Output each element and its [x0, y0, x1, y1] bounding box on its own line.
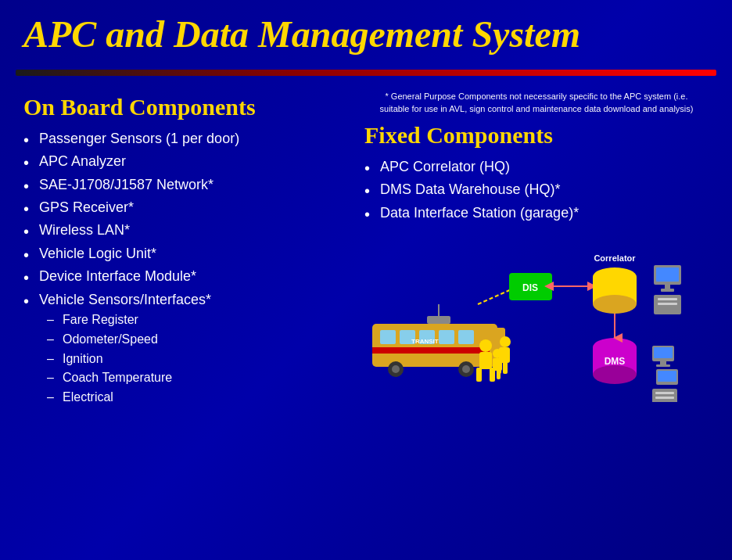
system-diagram: TRANSIT DIS: [364, 230, 709, 402]
list-item: APC Correlator (HQ): [364, 158, 709, 176]
on-board-heading: On Board Components: [23, 94, 349, 120]
svg-rect-7: [372, 347, 490, 354]
svg-rect-57: [497, 369, 501, 379]
svg-text:Correlator: Correlator: [594, 253, 636, 263]
svg-rect-47: [479, 352, 492, 369]
sub-list-item: Electrical: [39, 389, 349, 406]
svg-rect-53: [503, 361, 508, 374]
list-item: Vehicle Sensors/Interfaces* Fare Registe…: [23, 291, 349, 406]
svg-rect-40: [658, 371, 676, 382]
correlator-pc: [654, 265, 681, 314]
svg-line-15: [478, 289, 513, 304]
svg-rect-5: [439, 330, 454, 344]
svg-point-21: [593, 295, 637, 314]
list-item: Wireless LAN*: [23, 221, 349, 239]
sub-list-item: Odometer/Speed: [39, 332, 349, 348]
list-item: Device Interface Module*: [23, 267, 349, 285]
svg-rect-26: [661, 289, 674, 292]
list-item: Vehicle Logic Unit*: [23, 245, 349, 263]
svg-point-9: [392, 365, 400, 373]
slide: APC and Data Management System On Board …: [0, 0, 732, 560]
sub-list-item: Coach Temperature: [39, 370, 349, 386]
svg-text:TRANSIT: TRANSIT: [411, 338, 439, 345]
list-item: APC Analyzer: [23, 153, 349, 171]
divider-bar: [16, 70, 716, 76]
svg-rect-13: [427, 316, 450, 324]
svg-rect-24: [656, 267, 679, 282]
slide-title: APC and Data Management System: [23, 14, 709, 56]
svg-rect-2: [380, 330, 396, 344]
svg-rect-6: [458, 330, 474, 344]
list-item: Passenger Sensors (1 per door): [23, 130, 349, 148]
diagram-container: TRANSIT DIS: [364, 230, 709, 402]
svg-rect-36: [654, 347, 673, 358]
svg-point-11: [462, 365, 470, 373]
fixed-components-heading: Fixed Components: [364, 122, 709, 149]
svg-rect-28: [658, 298, 677, 300]
right-column: * General Purpose Components not necessa…: [364, 90, 709, 411]
svg-point-54: [493, 349, 502, 358]
svg-rect-29: [658, 303, 677, 305]
svg-point-46: [479, 339, 492, 352]
svg-point-32: [593, 365, 637, 384]
svg-text:DMS: DMS: [605, 356, 626, 367]
svg-point-50: [500, 336, 511, 347]
svg-rect-56: [491, 369, 495, 379]
on-board-bullet-list: Passenger Sensors (1 per door) APC Analy…: [23, 130, 349, 406]
fixed-bullet-list: APC Correlator (HQ) DMS Data Warehouse (…: [364, 158, 709, 222]
sub-list-item: Ignition: [39, 351, 349, 368]
svg-rect-38: [656, 364, 670, 367]
svg-rect-42: [655, 392, 674, 394]
svg-rect-41: [652, 389, 677, 402]
list-item: Data Interface Station (garage)*: [364, 204, 709, 222]
svg-rect-43: [655, 397, 674, 399]
list-item: SAE-J1708/J1587 Network*: [23, 176, 349, 194]
sub-bullet-list: Fare Register Odometer/Speed Ignition Co…: [39, 312, 349, 406]
content-area: On Board Components Passenger Sensors (1…: [0, 82, 732, 411]
svg-rect-48: [476, 368, 482, 382]
left-column: On Board Components Passenger Sensors (1…: [23, 90, 349, 411]
asterisk-note: * General Purpose Components not necessa…: [364, 90, 709, 116]
svg-rect-55: [493, 358, 502, 371]
list-item: GPS Receiver*: [23, 199, 349, 217]
title-area: APC and Data Management System: [0, 0, 732, 63]
svg-text:DIS: DIS: [522, 282, 538, 293]
list-item: DMS Data Warehouse (HQ)*: [364, 181, 709, 199]
sub-list-item: Fare Register: [39, 312, 349, 328]
dms-pc-group: [652, 346, 681, 402]
